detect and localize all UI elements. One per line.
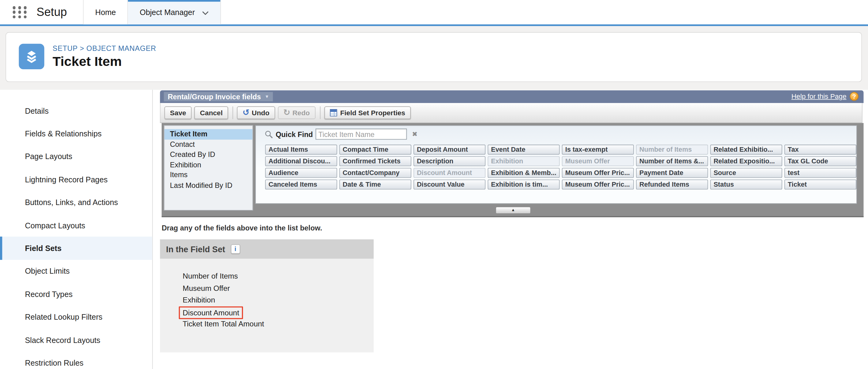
object-list-panel: Ticket Item Contact Created By ID [164, 125, 253, 210]
object-manager-sidebar: Details Fields & Relationships Page Layo… [0, 90, 153, 369]
palette-field-button[interactable]: Audience [265, 168, 337, 178]
tab-object-manager[interactable]: Object Manager [128, 0, 221, 25]
sidebar-item[interactable]: Record Types [0, 283, 152, 306]
table-grid-icon [330, 109, 337, 116]
clear-search-icon[interactable]: ✖ [412, 130, 417, 138]
setup-page: Setup Home Object Manager SETUP > OBJECT… [0, 0, 868, 369]
palette-field-button[interactable]: Related Expositio... [710, 156, 782, 166]
drag-instruction-text: Drag any of the fields above into the li… [162, 224, 322, 232]
quick-find-label: Quick Find [276, 130, 313, 138]
field-set-list-item[interactable]: Exhibition [183, 294, 374, 306]
undo-icon: ↺ [243, 109, 250, 117]
palette-field-button[interactable]: Museum Offer Pric... [562, 179, 634, 190]
in-field-set-list: Number of Items Museum Offer Exhibition … [160, 259, 374, 352]
palette-field-button[interactable]: Refunded Items [636, 179, 708, 190]
cancel-button[interactable]: Cancel [194, 106, 228, 119]
info-icon[interactable]: i [231, 244, 240, 254]
palette-field-button[interactable]: Event Date [488, 145, 559, 155]
toolbar-divider [320, 106, 320, 119]
field-set-list-item[interactable]: Number of Items [183, 270, 374, 282]
object-list-item[interactable]: Last Modified By ID [164, 180, 252, 191]
help-icon[interactable]: ? [850, 92, 859, 101]
palette-field-button[interactable]: Payment Date [636, 168, 708, 178]
palette-field-button[interactable]: Deposit Amount [413, 145, 486, 155]
sidebar-item[interactable]: Fields & Relationships [0, 122, 152, 145]
palette-field-button[interactable]: Actual Items [265, 145, 337, 155]
palette-field-button[interactable]: Tax [784, 145, 856, 155]
palette-field-button[interactable]: Compact Time [339, 145, 411, 155]
palette-field-button[interactable]: Contact/Company [339, 168, 411, 178]
collapse-palette-handle[interactable]: ▲ [496, 206, 531, 214]
dropdown-triangle-icon: ▼ [265, 92, 269, 102]
palette-field-button[interactable]: Canceled Items [265, 179, 337, 190]
content-area: Details Fields & Relationships Page Layo… [0, 90, 868, 369]
redo-button[interactable]: ↻ Redo [278, 106, 315, 119]
palette-field-button[interactable]: Ticket [784, 179, 856, 190]
field-palette-panel: Quick Find ✖ Actual Items Compact Time D… [255, 125, 857, 204]
nav-tabs: Home Object Manager [83, 0, 221, 25]
palette-field-button[interactable]: Museum Offer Pric... [562, 168, 634, 178]
palette-field-button[interactable]: Confirmed Tickets [339, 156, 411, 166]
quick-find-input[interactable] [315, 129, 407, 139]
sidebar-item[interactable]: Object Limits [0, 260, 152, 283]
palette-field-button[interactable]: Exhibition [488, 156, 559, 166]
palette-field-button[interactable]: Museum Offer [562, 156, 634, 166]
sidebar-item[interactable]: Compact Layouts [0, 214, 152, 237]
field-set-list-item[interactable]: Discount Amount [183, 306, 374, 318]
palette-field-button[interactable]: Discount Amount [413, 168, 486, 178]
sidebar-item[interactable]: Page Layouts [0, 145, 152, 168]
tab-home[interactable]: Home [83, 0, 128, 25]
editor-toolbar: Save Cancel ↺ Undo ↻ Redo Field Set Prop… [160, 103, 863, 123]
sidebar-item[interactable]: Details [0, 99, 152, 122]
toolbar-divider [232, 106, 233, 119]
palette-field-button[interactable]: Source [710, 168, 782, 178]
palette-field-button[interactable]: Is tax-exempt [562, 145, 634, 155]
palette-field-button[interactable]: Status [710, 179, 782, 190]
object-list-item[interactable]: Ticket Item [164, 129, 252, 139]
breadcrumb[interactable]: SETUP > OBJECT MANAGER [53, 45, 156, 53]
app-launcher-icon[interactable] [12, 6, 27, 19]
palette-field-button[interactable]: Number of Items [636, 145, 708, 155]
sidebar-item[interactable]: Buttons, Links, and Actions [0, 191, 152, 214]
save-button[interactable]: Save [164, 106, 192, 119]
palette-field-button[interactable]: Tax GL Code [784, 156, 856, 166]
sidebar-item[interactable]: Related Lookup Filters [0, 306, 152, 329]
field-set-editor: Rental/Group Invoice fields ▼ Help for t… [160, 90, 864, 369]
app-title: Setup [36, 0, 67, 25]
field-set-properties-button[interactable]: Field Set Properties [324, 106, 411, 119]
object-list-item[interactable]: Created By ID [164, 149, 252, 160]
field-set-list-item[interactable]: Museum Offer [183, 282, 374, 294]
palette-workarea: Ticket Item Contact Created By ID [162, 123, 863, 217]
field-palette-grid: Actual Items Compact Time Deposit Amount… [265, 145, 856, 190]
sidebar-item[interactable]: Field Sets [0, 237, 152, 260]
palette-field-button[interactable]: Additional Discou... [265, 156, 337, 166]
palette-field-button[interactable]: Discount Value [413, 179, 486, 190]
object-list-item[interactable]: Items [164, 170, 252, 181]
palette-field-button[interactable]: Exhibition & Memb... [488, 168, 559, 178]
top-navigation-bar: Setup Home Object Manager [0, 0, 868, 26]
chevron-down-icon [202, 11, 209, 15]
sidebar-item[interactable]: Slack Record Layouts [0, 329, 152, 351]
field-set-list-item[interactable]: Ticket Item Total Amount [183, 318, 374, 330]
search-icon [265, 130, 273, 138]
palette-field-button[interactable]: test [784, 168, 856, 178]
help-link[interactable]: Help for this Page [792, 92, 846, 100]
page-header-card: SETUP > OBJECT MANAGER Ticket Item [5, 32, 862, 82]
palette-field-button[interactable]: Description [413, 156, 486, 166]
collapse-arrow-icon: ▲ [511, 208, 515, 212]
object-list-item[interactable]: Contact [164, 139, 252, 150]
in-field-set-panel: In the Field Set i Number of Items Museu… [160, 239, 374, 352]
redo-icon: ↻ [283, 109, 290, 117]
in-field-set-title: In the Field Set [166, 244, 225, 254]
object-layers-icon [19, 44, 44, 69]
sidebar-item[interactable]: Lightning Record Pages [0, 168, 152, 191]
palette-field-button[interactable]: Exhibition is tim... [488, 179, 559, 190]
palette-field-button[interactable]: Number of Items &... [636, 156, 708, 166]
sidebar-item[interactable]: Restriction Rules [0, 351, 152, 369]
object-list-item[interactable]: Exhibition [164, 160, 252, 170]
palette-field-button[interactable]: Date & Time [339, 179, 411, 190]
field-set-title-dropdown[interactable]: Rental/Group Invoice fields ▼ [164, 92, 273, 102]
in-field-set-header: In the Field Set i [160, 239, 374, 259]
palette-field-button[interactable]: Related Exhibitio... [710, 145, 782, 155]
undo-button[interactable]: ↺ Undo [237, 106, 275, 119]
